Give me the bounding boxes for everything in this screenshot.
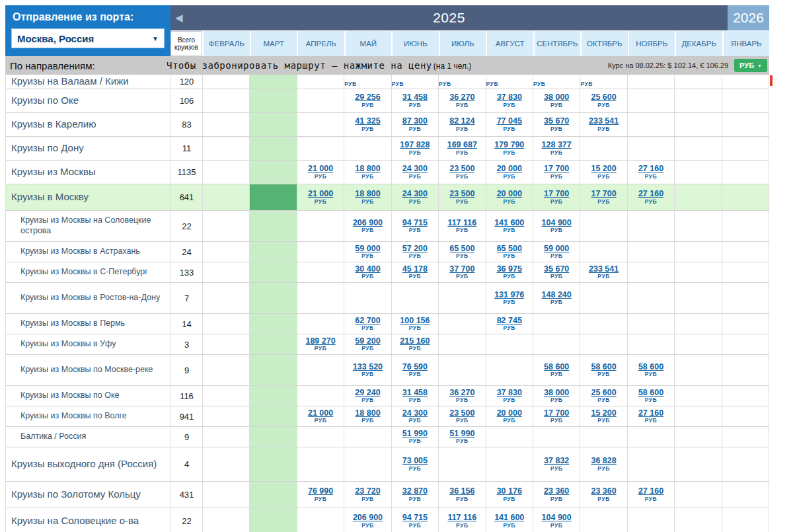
month-tab-3[interactable]: АПРЕЛЬ — [298, 31, 344, 56]
price-cell[interactable]: 36 156РУБ — [439, 482, 486, 508]
price-cell[interactable]: 35 670РУБ — [533, 113, 580, 136]
price-cell[interactable]: 73 005РУБ — [392, 447, 439, 481]
price-cell[interactable]: 45 178РУБ — [392, 262, 439, 282]
price-cell[interactable]: 23 500РУБ — [439, 406, 486, 426]
price-cell[interactable]: 117 116РУБ — [439, 508, 486, 532]
price-cell[interactable]: 76 590РУБ — [392, 355, 439, 385]
route-name-link[interactable]: Круизы из Москвы в Уфу — [6, 334, 171, 354]
route-name-link[interactable]: Круизы из Москвы по Москве-реке — [6, 355, 171, 385]
price-cell[interactable]: 20 000РУБ — [486, 161, 533, 184]
price-cell[interactable]: 23 720РУБ — [344, 482, 391, 508]
next-year-button[interactable]: 2026 — [728, 5, 769, 30]
price-cell[interactable]: РУБ — [344, 75, 391, 89]
price-cell[interactable]: 58 600РУБ — [628, 355, 675, 385]
price-cell[interactable]: 38 000РУБ — [533, 386, 580, 406]
route-name-link[interactable]: Круизы из Москвы — [6, 161, 171, 184]
price-cell[interactable]: 29 240РУБ — [344, 386, 391, 406]
route-name-link[interactable]: Круизы на Соловецкие о-ва — [6, 508, 171, 532]
price-cell[interactable]: 233 541РУБ — [580, 262, 627, 282]
price-cell[interactable]: 37 700РУБ — [439, 262, 486, 282]
price-cell[interactable]: 206 900РУБ — [344, 508, 391, 532]
route-name-link[interactable]: Круизы по Дону — [6, 137, 171, 160]
price-cell[interactable]: 38 000РУБ — [533, 89, 580, 112]
price-cell[interactable]: 31 458РУБ — [392, 386, 439, 406]
price-cell[interactable]: 18 800РУБ — [344, 406, 391, 426]
price-cell[interactable]: 27 160РУБ — [628, 406, 675, 426]
price-cell[interactable]: 51 990РУБ — [439, 427, 486, 447]
month-tab-6[interactable]: ИЮЛЬ — [440, 31, 486, 56]
price-cell[interactable]: 94 715РУБ — [392, 211, 439, 241]
price-cell[interactable]: РУБ — [533, 75, 580, 89]
price-cell[interactable]: 15 200РУБ — [580, 406, 627, 426]
route-name-link[interactable]: Балтика / Россия — [6, 427, 171, 447]
price-cell[interactable]: 20 000РУБ — [486, 184, 533, 210]
price-cell[interactable]: 27 160РУБ — [628, 184, 675, 210]
price-cell[interactable]: 197 828РУБ — [392, 137, 439, 160]
price-cell[interactable]: 17 700РУБ — [533, 161, 580, 184]
price-cell[interactable]: 20 000РУБ — [486, 406, 533, 426]
price-cell[interactable]: 65 500РУБ — [486, 242, 533, 262]
price-cell[interactable]: 62 700РУБ — [344, 314, 391, 334]
price-cell[interactable]: 59 000РУБ — [344, 242, 391, 262]
price-cell[interactable]: 21 000РУБ — [297, 161, 344, 184]
month-tab-5[interactable]: ИЮНЬ — [393, 31, 439, 56]
price-cell[interactable]: 21 000РУБ — [297, 184, 344, 210]
route-name-link[interactable]: Круизы из Москвы в Ростов-на-Дону — [6, 283, 171, 313]
price-cell[interactable]: 133 520РУБ — [344, 355, 391, 385]
price-cell[interactable]: 58 600РУБ — [580, 355, 627, 385]
route-name-link[interactable]: Круизы из Москвы по Оке — [6, 386, 171, 406]
price-cell[interactable]: 37 830РУБ — [486, 386, 533, 406]
price-cell[interactable]: 30 400РУБ — [344, 262, 391, 282]
price-cell[interactable]: 17 700РУБ — [533, 406, 580, 426]
price-cell[interactable]: 36 270РУБ — [439, 89, 486, 112]
month-tab-9[interactable]: ОКТЯБРЬ — [582, 31, 628, 56]
month-tab-2[interactable]: МАРТ — [251, 31, 297, 56]
price-cell[interactable]: 131 976РУБ — [486, 283, 533, 313]
price-cell[interactable]: 117 116РУБ — [439, 211, 486, 241]
price-cell[interactable]: 36 270РУБ — [439, 386, 486, 406]
price-cell[interactable]: 206 900РУБ — [344, 211, 391, 241]
month-tab-8[interactable]: СЕНТЯБРЬ — [535, 31, 581, 56]
price-cell[interactable]: 27 160РУБ — [628, 161, 675, 184]
price-cell[interactable]: 23 500РУБ — [439, 184, 486, 210]
price-cell[interactable]: 141 600РУБ — [486, 508, 533, 532]
price-cell[interactable]: 17 700РУБ — [533, 184, 580, 210]
currency-select-button[interactable]: РУБ ▼ — [734, 59, 767, 72]
price-cell[interactable]: 36 975РУБ — [486, 262, 533, 282]
price-cell[interactable]: 82 124РУБ — [439, 113, 486, 136]
route-name-link[interactable]: Круизы по Оке — [6, 89, 171, 112]
prev-year-arrow-icon[interactable]: ◀ — [175, 12, 183, 24]
price-cell[interactable]: 21 000РУБ — [297, 406, 344, 426]
price-cell[interactable]: РУБ — [580, 75, 627, 89]
price-cell[interactable]: 59 200РУБ — [344, 334, 391, 354]
port-select[interactable]: Москва, Россия ▼ — [11, 28, 165, 48]
price-cell[interactable]: 179 790РУБ — [486, 137, 533, 160]
price-cell[interactable]: 23 500РУБ — [439, 161, 486, 184]
price-cell[interactable]: 18 800РУБ — [344, 184, 391, 210]
price-cell[interactable]: 82 745РУБ — [486, 314, 533, 334]
price-cell[interactable]: 17 700РУБ — [580, 184, 627, 210]
price-cell[interactable]: 77 045РУБ — [486, 113, 533, 136]
price-cell[interactable]: 87 300РУБ — [392, 113, 439, 136]
month-tab-4[interactable]: МАЙ — [346, 31, 392, 56]
route-name-link[interactable]: Круизы выходного дня (Россия) — [6, 447, 171, 481]
route-name-link[interactable]: Круизы из Москвы в Пермь — [6, 314, 171, 334]
price-cell[interactable]: РУБ — [439, 75, 486, 89]
route-name-link[interactable]: Круизы из Москвы на Соловецкие острова — [6, 211, 171, 241]
route-name-link[interactable]: Круизы в Москву — [6, 184, 171, 210]
price-cell[interactable]: 25 600РУБ — [580, 89, 627, 112]
price-cell[interactable]: РУБ — [392, 75, 439, 89]
price-cell[interactable]: 24 300РУБ — [392, 406, 439, 426]
price-cell[interactable]: 24 300РУБ — [392, 161, 439, 184]
price-cell[interactable]: 59 000РУБ — [533, 242, 580, 262]
price-cell[interactable]: 15 200РУБ — [580, 161, 627, 184]
route-name-link[interactable]: Круизы из Москвы в С-Петербург — [6, 262, 171, 282]
price-cell[interactable]: 41 325РУБ — [344, 113, 391, 136]
price-cell[interactable]: 65 500РУБ — [439, 242, 486, 262]
price-cell[interactable]: 23 360РУБ — [580, 482, 627, 508]
scrollbar-thumb[interactable] — [770, 75, 773, 86]
price-cell[interactable]: 31 458РУБ — [392, 89, 439, 112]
month-tab-7[interactable]: АВГУСТ — [487, 31, 533, 56]
price-cell[interactable]: 25 600РУБ — [580, 386, 627, 406]
price-cell[interactable]: 104 900РУБ — [533, 211, 580, 241]
